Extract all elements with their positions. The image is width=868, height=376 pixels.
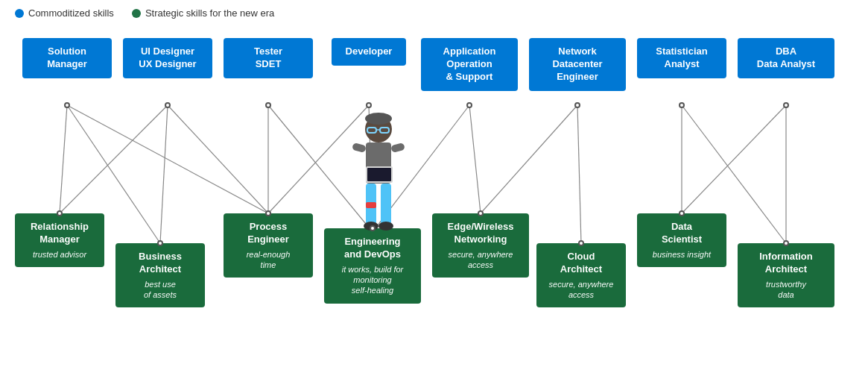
- dot-developer: [366, 102, 372, 108]
- data-scientist-box: DataScientist business insight: [637, 213, 726, 267]
- dot-business-arch-top: [157, 240, 163, 246]
- svg-rect-32: [366, 202, 376, 208]
- dot-tester: [265, 102, 271, 108]
- dot-edge-networking-top: [478, 210, 484, 216]
- svg-line-12: [481, 105, 577, 213]
- tester-label: TesterSDET: [254, 46, 282, 69]
- svg-line-2: [67, 105, 268, 213]
- info-arch-box: InformationArchitect trustworthydata: [738, 243, 834, 307]
- tester-box: TesterSDET: [224, 38, 313, 78]
- relationship-mgr-label: RelationshipManager: [31, 221, 89, 245]
- ui-designer-label: UI DesignerUX Designer: [139, 46, 196, 69]
- ui-designer-box: UI DesignerUX Designer: [123, 38, 212, 78]
- svg-line-5: [168, 105, 268, 213]
- dba-label: DBAData Analyst: [757, 46, 815, 69]
- dot-ui-designer: [165, 102, 171, 108]
- network-eng-label: NetworkDatacenterEngineer: [552, 46, 602, 82]
- dot-cloud-arch-top: [578, 240, 584, 246]
- legend-strategic-label: Strategic skills for the new era: [145, 7, 274, 19]
- dot-solution-mgr: [64, 102, 70, 108]
- svg-point-31: [378, 222, 393, 231]
- dot-dba: [783, 102, 789, 108]
- data-scientist-label: DataScientist: [662, 221, 702, 245]
- legend-dot-green: [132, 9, 141, 18]
- svg-rect-27: [367, 168, 391, 181]
- person-figure: [345, 113, 412, 254]
- dot-data-scientist-top: [679, 210, 685, 216]
- dot-eng-devops-top: [370, 225, 376, 231]
- svg-line-0: [60, 105, 67, 213]
- svg-rect-29: [381, 184, 391, 225]
- business-arch-box: BusinessArchitect best useof assets: [115, 243, 205, 307]
- edge-networking-subtitle: secure, anywhereaccess: [438, 249, 523, 271]
- app-ops-box: ApplicationOperation& Support: [421, 38, 518, 91]
- svg-line-16: [682, 105, 786, 213]
- dot-process-eng-top: [265, 210, 271, 216]
- dot-info-arch-top: [783, 240, 789, 246]
- developer-label: Developer: [346, 46, 393, 57]
- solution-manager-label: SolutionManager: [47, 46, 86, 69]
- dot-statistician: [679, 102, 685, 108]
- business-arch-subtitle: best useof assets: [121, 279, 199, 301]
- cloud-arch-label: CloudArchitect: [560, 251, 602, 275]
- info-arch-label: InformationArchitect: [759, 251, 813, 275]
- edge-networking-label: Edge/WirelessNetworking: [448, 221, 514, 245]
- process-eng-subtitle: real-enoughtime: [229, 249, 307, 271]
- statistician-box: StatisticianAnalyst: [637, 38, 726, 78]
- info-arch-subtitle: trustworthydata: [744, 279, 829, 301]
- svg-line-4: [160, 105, 168, 243]
- relationship-mgr-subtitle: trusted advisor: [21, 249, 98, 260]
- svg-rect-24: [352, 142, 367, 153]
- svg-line-11: [469, 105, 481, 213]
- svg-point-19: [365, 113, 392, 125]
- svg-line-3: [60, 105, 168, 213]
- solution-manager-box: SolutionManager: [22, 38, 112, 78]
- dba-box: DBAData Analyst: [738, 38, 834, 78]
- cloud-arch-subtitle: secure, anywhereaccess: [542, 279, 620, 301]
- legend-commoditized-label: Commoditized skills: [28, 7, 114, 19]
- cloud-arch-box: CloudArchitect secure, anywhereaccess: [536, 243, 626, 307]
- business-arch-label: BusinessArchitect: [139, 251, 182, 275]
- edge-networking-box: Edge/WirelessNetworking secure, anywhere…: [432, 213, 529, 278]
- legend: Commoditized skills Strategic skills for…: [0, 0, 868, 23]
- network-eng-box: NetworkDatacenterEngineer: [529, 38, 626, 91]
- process-eng-box: ProcessEngineer real-enoughtime: [224, 213, 313, 278]
- app-ops-label: ApplicationOperation& Support: [443, 46, 496, 82]
- legend-commoditized: Commoditized skills: [15, 7, 114, 19]
- process-eng-label: ProcessEngineer: [247, 221, 289, 245]
- eng-devops-subtitle: it works, build formonitoringself-healin…: [330, 264, 415, 296]
- legend-strategic: Strategic skills for the new era: [132, 7, 274, 19]
- svg-rect-25: [390, 142, 405, 153]
- data-scientist-subtitle: business insight: [643, 249, 720, 260]
- diagram: SolutionManager UI DesignerUX Designer T…: [0, 23, 868, 366]
- statistician-label: StatisticianAnalyst: [656, 46, 707, 69]
- dot-app-ops: [466, 102, 472, 108]
- relationship-mgr-box: RelationshipManager trusted advisor: [15, 213, 104, 267]
- legend-dot-blue: [15, 9, 24, 18]
- developer-box: Developer: [332, 38, 406, 66]
- dot-relationship-mgr-top: [57, 210, 63, 216]
- dot-network-eng: [574, 102, 580, 108]
- svg-line-13: [577, 105, 581, 243]
